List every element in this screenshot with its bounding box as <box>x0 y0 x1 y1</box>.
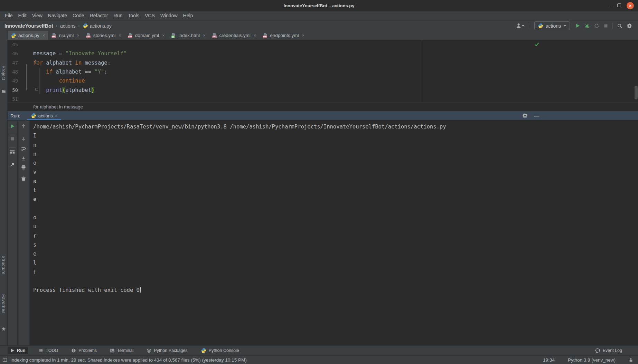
bug-icon <box>584 23 590 29</box>
editor-scrollbar-thumb[interactable] <box>635 86 638 99</box>
close-icon[interactable]: × <box>162 33 165 38</box>
rerun-icon[interactable] <box>10 124 15 129</box>
trash-icon[interactable] <box>21 176 26 181</box>
editor-tab-domain.yml[interactable]: YMLdomain.yml× <box>124 31 168 40</box>
fold-marker-end[interactable] <box>35 88 38 91</box>
user-button[interactable] <box>514 23 527 29</box>
breadcrumb-file[interactable]: actions.py <box>83 23 112 29</box>
run-console[interactable]: /home/ashish/PycharmProjects/RasaTest/ve… <box>30 121 638 345</box>
breadcrumb-project[interactable]: InnovateYourselfBot <box>4 23 53 29</box>
toolwindow-button-todo[interactable]: TODO <box>36 347 61 354</box>
menu-item-view[interactable]: View <box>29 12 45 19</box>
code-line-47[interactable]: 47for alphabet in message: <box>8 58 638 67</box>
code-editor[interactable]: 4546message = "Innovate Yourself"47for a… <box>8 40 638 102</box>
tab-label: stories.yml <box>93 33 116 38</box>
inspections-ok-icon[interactable] <box>534 41 540 47</box>
run-tab-actions[interactable]: actions × <box>27 111 61 120</box>
code-line-49[interactable]: 49 continue <box>8 76 638 85</box>
code-line-46[interactable]: 46message = "Innovate Yourself" <box>8 49 638 58</box>
sidebar-item-favorites[interactable]: Favorites <box>1 294 6 314</box>
fold-marker-start[interactable] <box>35 61 38 64</box>
tab-label: index.html <box>178 33 200 38</box>
code-line-50[interactable]: 50 print(alphabet) <box>8 85 638 94</box>
sidebar-item-project[interactable]: Project <box>1 66 6 80</box>
lock-icon[interactable] <box>629 357 634 362</box>
run-button[interactable] <box>573 23 582 28</box>
star-icon <box>1 327 6 331</box>
python-icon <box>11 33 16 38</box>
console-line: f <box>33 268 638 277</box>
editor-tab-nlu.yml[interactable]: YMLnlu.yml× <box>48 31 82 40</box>
editor-tab-endpoints.yml[interactable]: YMLendpoints.yml× <box>259 31 308 40</box>
html-icon: H <box>171 33 176 38</box>
run-toolbar-column-1 <box>8 121 18 345</box>
close-icon[interactable]: × <box>119 33 121 38</box>
softwrap-icon[interactable] <box>21 146 26 152</box>
coverage-button[interactable] <box>592 23 601 28</box>
toolwindow-button-problems[interactable]: Problems <box>68 347 100 354</box>
editor-tab-stories.yml[interactable]: YMLstories.yml× <box>83 31 124 40</box>
console-line: t <box>33 186 638 195</box>
console-line: Process finished with exit code 0 <box>33 286 638 295</box>
user-icon <box>516 23 522 29</box>
menu-item-run[interactable]: Run <box>111 12 125 19</box>
close-icon[interactable]: × <box>254 33 256 38</box>
run-panel-settings-button[interactable] <box>522 113 528 118</box>
toolwindow-button-run[interactable]: Run <box>8 347 28 354</box>
debug-button[interactable] <box>582 23 592 29</box>
stop-button[interactable] <box>601 23 610 28</box>
coverage-icon <box>594 23 599 28</box>
toolwindow-button-event-log[interactable]: Event Log <box>592 347 625 355</box>
minimize-button[interactable]: – <box>609 3 612 8</box>
scrollend-icon[interactable] <box>21 156 26 161</box>
close-icon[interactable]: × <box>43 33 45 38</box>
down-arrow-icon[interactable] <box>21 136 26 141</box>
toolwindow-button-python-console[interactable]: Python Console <box>198 346 242 355</box>
menu-item-code[interactable]: Code <box>70 12 87 19</box>
menu-item-edit[interactable]: Edit <box>16 12 29 19</box>
close-icon[interactable]: × <box>203 33 206 38</box>
run-configuration-select[interactable]: actions <box>534 21 570 30</box>
hide-panel-button[interactable]: — <box>534 113 539 119</box>
title-bar: InnovateYourselfBot – actions.py – × <box>0 0 638 11</box>
breadcrumb-folder[interactable]: actions <box>60 23 75 29</box>
python-icon <box>31 113 36 118</box>
python-icon <box>201 348 206 353</box>
close-button[interactable]: × <box>627 2 634 9</box>
editor-tab-credentials.yml[interactable]: YMLcredentials.yml× <box>209 31 260 40</box>
menu-item-tools[interactable]: Tools <box>125 12 142 19</box>
pin-icon[interactable] <box>10 162 15 167</box>
sidebar-item-structure[interactable]: Structure <box>1 256 6 275</box>
stop-icon[interactable] <box>10 136 15 141</box>
editor-tab-actions.py[interactable]: actions.py× <box>8 31 48 40</box>
maximize-button[interactable] <box>617 3 621 8</box>
search-everywhere-button[interactable] <box>615 23 625 29</box>
text-cursor <box>140 287 141 293</box>
toolbar-divider <box>612 23 613 29</box>
layout-icon[interactable] <box>10 149 15 154</box>
menu-item-window[interactable]: Window <box>158 12 180 19</box>
settings-button[interactable] <box>625 23 634 29</box>
editor-breadcrumb-item[interactable]: for alphabet in message <box>33 104 83 109</box>
up-arrow-icon[interactable] <box>21 124 26 128</box>
editor-tab-index.html[interactable]: Hindex.html× <box>168 31 208 40</box>
menu-item-refactor[interactable]: Refactor <box>87 12 111 19</box>
tool-window-strip: Project Structure Favorites <box>0 31 8 345</box>
print-icon[interactable] <box>21 165 26 170</box>
toolwindow-button-python-packages[interactable]: Python Packages <box>144 347 190 354</box>
code-line-48[interactable]: 48 if alphabet == "Y": <box>8 67 638 76</box>
console-line: /home/ashish/PycharmProjects/RasaTest/ve… <box>33 122 638 131</box>
menu-item-file[interactable]: File <box>2 12 16 19</box>
code-line-51[interactable]: 51 <box>8 95 638 102</box>
menu-item-navigate[interactable]: Navigate <box>45 12 70 19</box>
close-icon[interactable]: × <box>302 33 305 38</box>
code-line-45[interactable]: 45 <box>8 40 638 49</box>
close-icon[interactable]: × <box>55 113 58 118</box>
code-text: continue <box>33 78 85 84</box>
menu-item-help[interactable]: Help <box>180 12 196 19</box>
toolwindow-button-terminal[interactable]: Terminal <box>107 347 136 354</box>
menu-item-vcs[interactable]: VCS <box>142 12 158 19</box>
close-icon[interactable]: × <box>77 33 79 38</box>
interpreter-widget[interactable]: Python 3.8 (venv_new) <box>568 357 616 363</box>
toolwindow-toggle-icon[interactable] <box>2 357 7 362</box>
